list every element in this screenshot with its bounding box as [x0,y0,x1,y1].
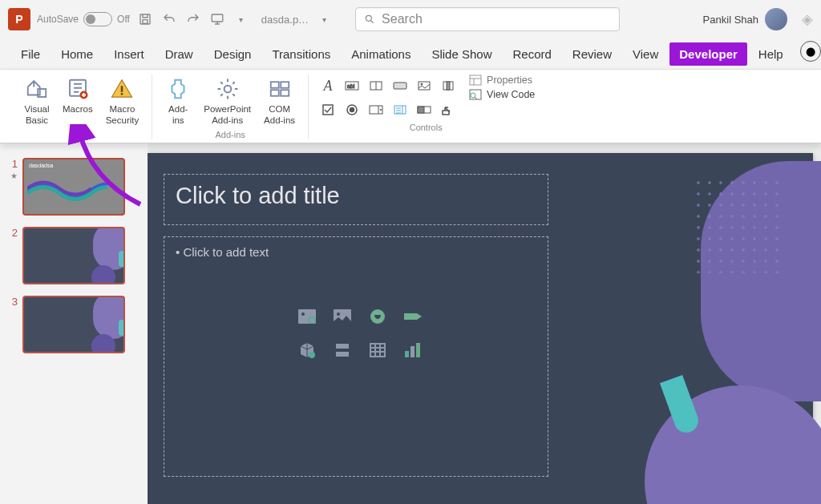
insert-smartart-icon[interactable] [402,308,423,325]
user-account[interactable]: Pankil Shah [703,8,787,30]
macro-security-label: Macro Security [106,103,140,127]
svg-rect-11 [270,90,278,96]
control-listbox-icon[interactable] [389,99,411,121]
filename-dropdown-icon[interactable]: ▾ [315,10,333,28]
addins-icon [165,76,191,102]
slide-thumbnail-3[interactable] [22,296,125,353]
svg-rect-2 [212,14,223,22]
main-area: 1 ★ dasdadsa 2 3 Click to [0,143,821,504]
search-input[interactable]: Search [355,7,620,31]
control-combobox-icon[interactable] [365,99,387,121]
insert-video-icon[interactable] [332,341,353,359]
tab-view[interactable]: View [623,42,668,66]
slide-thumbnail-panel: 1 ★ dasdadsa 2 3 [0,143,148,504]
control-toggle-icon[interactable] [413,99,435,121]
decorative-dots [693,177,781,273]
insert-stock-image-icon[interactable] [297,308,317,325]
com-addins-button[interactable]: COM Add-ins [259,75,300,128]
svg-point-39 [309,352,315,358]
redo-icon[interactable] [184,10,202,28]
svg-rect-12 [281,82,289,88]
ribbon-group-addins: Add- ins PowerPoint Add-ins COM Add-ins … [152,75,309,139]
control-spinbutton-icon[interactable] [365,75,387,97]
code-group-label: Code [71,130,91,139]
tab-transitions[interactable]: Transitions [262,42,340,66]
ppt-addins-label: PowerPoint Add-ins [204,103,251,127]
svg-text:abl: abl [347,83,355,89]
control-checkbox-icon[interactable] [317,99,339,121]
filename-label[interactable]: dasda.p… [261,14,309,26]
view-code-label: View Code [487,89,535,100]
slide-thumbnail-2[interactable] [22,227,125,284]
undo-icon[interactable] [160,10,178,28]
visual-basic-button[interactable]: Visual Basic [19,75,55,128]
tab-file[interactable]: File [11,42,50,66]
tab-record[interactable]: Record [503,42,560,66]
svg-rect-10 [270,82,278,88]
svg-point-37 [337,312,340,316]
control-image-icon[interactable] [413,75,435,97]
insert-table-icon[interactable] [367,341,388,359]
ppt-addins-button[interactable]: PowerPoint Add-ins [199,75,256,128]
tab-design[interactable]: Design [204,42,261,66]
svg-rect-28 [418,107,424,113]
control-textbox-icon[interactable]: abl [341,75,363,97]
view-code-button[interactable]: View Code [469,89,535,100]
controls-group-label: Controls [410,123,443,132]
svg-rect-30 [470,75,481,85]
macro-security-icon [109,76,135,102]
svg-rect-46 [410,346,415,357]
toggle-switch-icon[interactable] [83,12,112,26]
control-more-icon[interactable] [437,99,459,121]
slide-number-1: 1 [8,158,18,170]
autosave-state: Off [117,14,130,25]
macros-label: Macros [63,103,93,115]
svg-rect-7 [121,86,123,92]
slide-number-3: 3 [8,296,18,353]
autosave-toggle[interactable]: AutoSave Off [37,12,130,26]
view-code-icon [469,89,482,100]
qat-dropdown-icon[interactable]: ▾ [233,10,250,28]
thumbnail-row: 1 ★ dasdadsa [8,158,140,216]
insert-chart-icon[interactable] [402,341,423,359]
thumb1-title: dasdadsa [29,163,53,168]
insert-icon-icon[interactable] [367,308,388,325]
control-commandbutton-icon[interactable] [389,75,411,97]
control-option-icon[interactable] [341,99,363,121]
slide-number-2: 2 [8,227,18,284]
addins-button[interactable]: Add- ins [160,75,196,128]
com-addins-icon [267,76,293,102]
tab-insert[interactable]: Insert [104,42,154,66]
tab-help[interactable]: Help [749,42,793,66]
title-placeholder[interactable]: Click to add title [164,174,548,225]
svg-rect-8 [121,93,123,95]
save-icon[interactable] [136,10,154,28]
ribbon-group-controls: A abl Properties Vi [309,75,543,139]
tab-home[interactable]: Home [51,42,103,66]
properties-button[interactable]: Properties [469,75,535,86]
share-button-icon[interactable]: ⬤ [800,41,821,62]
control-label-icon[interactable]: A [317,75,339,97]
autosave-label: AutoSave [37,14,79,25]
macros-button[interactable]: Macros [58,75,98,116]
diamond-icon[interactable]: ◈ [802,10,813,28]
macro-security-button[interactable]: Macro Security [101,75,144,128]
tab-slideshow[interactable]: Slide Show [422,42,501,66]
tab-review[interactable]: Review [563,42,621,66]
present-icon[interactable] [208,10,226,28]
content-placeholder[interactable]: • Click to add text [164,236,548,477]
search-icon [364,14,375,25]
title-bar: P AutoSave Off ▾ dasda.p… ▾ Search Panki… [0,0,821,38]
slide-canvas[interactable]: Click to add title • Click to add text [148,153,813,504]
tab-animations[interactable]: Animations [342,42,420,66]
powerpoint-app-icon: P [8,8,30,30]
slide-editor[interactable]: Click to add title • Click to add text [148,143,821,504]
insert-picture-icon[interactable] [332,308,353,325]
control-scrollbar-icon[interactable] [437,75,459,97]
tab-developer[interactable]: Developer [669,42,747,66]
tab-draw[interactable]: Draw [156,42,203,66]
com-addins-label: COM Add-ins [264,103,295,127]
insert-3dmodel-icon[interactable] [297,341,317,359]
thumbnail-row: 2 [8,227,140,284]
slide-thumbnail-1[interactable]: dasdadsa [22,158,125,216]
